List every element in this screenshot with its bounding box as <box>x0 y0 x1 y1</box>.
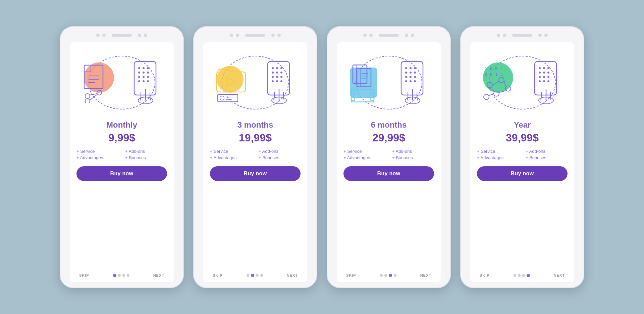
phone-topbar-2 <box>230 34 281 37</box>
nav-dot-active <box>251 274 254 277</box>
svg-rect-92 <box>535 61 556 95</box>
feature-service-3: + Service <box>343 149 385 154</box>
phone-dot <box>236 34 239 37</box>
plan-price-6months: 29,99$ <box>372 132 405 144</box>
svg-rect-58 <box>351 93 355 96</box>
phone-speaker <box>512 34 532 37</box>
phone-hand-icon-3 <box>398 61 428 104</box>
phones-container: Monthly 9,99$ + Service + Add-ons + Adva… <box>46 13 598 302</box>
plan-title-year: Year <box>514 120 531 130</box>
phone-hand-icon-2 <box>264 61 294 104</box>
nav-dot <box>122 274 125 277</box>
svg-point-34 <box>276 67 278 69</box>
svg-point-14 <box>138 72 140 74</box>
next-label-2[interactable]: NEXT <box>287 273 298 277</box>
svg-point-38 <box>280 72 282 74</box>
phone-dot <box>138 34 141 37</box>
phone-6months: 6 months 29,99$ + Service + Add-ons + Ad… <box>327 26 451 288</box>
next-label-4[interactable]: NEXT <box>554 273 565 277</box>
buy-button-monthly[interactable]: Buy now <box>76 166 167 181</box>
svg-line-90 <box>489 93 494 95</box>
phone-topbar-3 <box>363 34 414 37</box>
svg-text:1 0 0 1: 1 0 0 1 <box>485 66 503 71</box>
plan-title-3months: 3 months <box>237 120 273 130</box>
svg-rect-63 <box>401 61 423 95</box>
nav-dot-active <box>389 274 392 277</box>
skip-label-3[interactable]: SKIP <box>346 273 356 277</box>
svg-point-20 <box>138 80 140 82</box>
features-year: + Service + Add-ons + Advantages + Bonus… <box>477 149 568 160</box>
feature-service-4: + Service <box>477 149 519 154</box>
nav-dot <box>518 274 521 277</box>
phone-dot <box>144 34 147 37</box>
phone-dot <box>277 34 281 37</box>
svg-point-74 <box>410 80 412 82</box>
feature-addons-4: + Add-ons <box>526 149 568 154</box>
svg-point-70 <box>405 76 407 78</box>
phone-bottom-year: SKIP NEXT <box>477 273 568 277</box>
svg-point-40 <box>276 76 278 78</box>
nav-dot <box>522 274 525 277</box>
svg-point-67 <box>405 72 407 74</box>
svg-rect-32 <box>268 61 289 95</box>
svg-point-44 <box>280 80 282 82</box>
svg-point-103 <box>543 80 545 82</box>
nav-dot <box>256 274 259 277</box>
svg-line-9 <box>90 95 97 100</box>
plan-title-6months: 6 months <box>371 120 407 130</box>
feature-advantages-1: + Advantages <box>76 155 118 160</box>
svg-point-99 <box>539 76 541 78</box>
svg-point-33 <box>272 67 274 69</box>
svg-rect-49 <box>353 65 367 83</box>
skip-label-2[interactable]: SKIP <box>213 273 223 277</box>
svg-point-19 <box>147 76 149 78</box>
svg-marker-27 <box>227 78 236 86</box>
svg-rect-1 <box>84 65 91 72</box>
svg-point-15 <box>143 72 145 74</box>
svg-point-82 <box>487 82 492 88</box>
svg-rect-51 <box>357 68 371 87</box>
phone-speaker <box>379 34 399 37</box>
dots-nav-1 <box>113 274 129 277</box>
svg-point-16 <box>147 72 149 74</box>
svg-point-11 <box>138 67 140 69</box>
svg-point-13 <box>147 67 149 69</box>
svg-line-8 <box>90 94 97 95</box>
phone-monthly: Monthly 9,99$ + Service + Add-ons + Adva… <box>60 26 184 288</box>
feature-addons-2: + Add-ons <box>259 149 301 154</box>
buy-button-3months[interactable]: Buy now <box>210 166 301 181</box>
dots-nav-4 <box>514 274 530 277</box>
svg-point-75 <box>414 80 416 82</box>
svg-point-6 <box>97 90 102 95</box>
feature-advantages-4: + Advantages <box>477 155 519 160</box>
svg-line-24 <box>140 97 141 100</box>
skip-label-4[interactable]: SKIP <box>480 273 490 277</box>
plan-price-monthly: 9,99$ <box>108 132 135 144</box>
phone-dot <box>538 34 542 37</box>
feature-bonuses-3: + Bonuses <box>392 155 434 160</box>
features-3months: + Service + Add-ons + Advantages + Bonus… <box>210 149 301 160</box>
svg-point-39 <box>272 76 274 78</box>
svg-point-35 <box>280 67 282 69</box>
svg-point-36 <box>272 72 274 74</box>
buy-button-6months[interactable]: Buy now <box>343 166 434 181</box>
phone-dot <box>363 34 367 37</box>
svg-point-29 <box>220 96 224 100</box>
svg-line-89 <box>499 91 505 92</box>
phone-screen-6months: 6 months 29,99$ + Service + Add-ons + Ad… <box>337 42 441 282</box>
plan-price-year: 39,99$ <box>506 132 539 144</box>
next-label-1[interactable]: NEXT <box>153 273 164 277</box>
svg-point-102 <box>539 80 541 82</box>
svg-rect-0 <box>84 65 103 89</box>
feature-advantages-3: + Advantages <box>343 155 385 160</box>
dots-nav-3 <box>380 274 396 277</box>
illustration-year: 1 0 0 1 0 0 1 1 <box>477 49 568 116</box>
skip-label-1[interactable]: SKIP <box>79 273 89 277</box>
svg-point-7 <box>85 99 90 103</box>
books-film-icon <box>350 61 381 103</box>
buy-button-year[interactable]: Buy now <box>477 166 568 181</box>
next-label-3[interactable]: NEXT <box>420 273 431 277</box>
phone-dot <box>369 34 373 37</box>
phone-hand-icon <box>131 61 161 104</box>
svg-point-69 <box>414 72 416 74</box>
